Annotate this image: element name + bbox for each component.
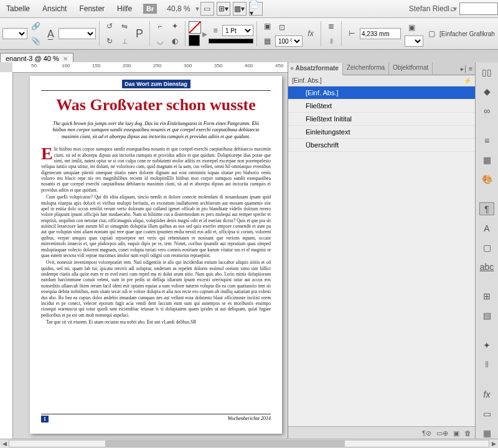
- canvas[interactable]: 50150250350450 100200300400 Das Wort zum…: [0, 62, 288, 439]
- baseline-icon[interactable]: ⟂: [118, 34, 131, 48]
- stroke-weight-sel[interactable]: 1 Pt: [222, 25, 253, 36]
- corner-icon[interactable]: ⌐: [153, 19, 167, 33]
- search-field[interactable]: [459, 2, 498, 15]
- zoom-sel[interactable]: 100 %: [275, 35, 303, 47]
- fill-none-icon[interactable]: [189, 21, 201, 34]
- arrange-icon[interactable]: ▦: [260, 34, 274, 48]
- fx-icon[interactable]: fx: [304, 27, 317, 40]
- footer-right: Wochenberichte 2014: [228, 416, 271, 422]
- style-row-einf-abs[interactable]: [Einf. Abs.]: [288, 86, 475, 100]
- new-style-icon[interactable]: ▣: [453, 429, 459, 437]
- body-text: Elit hitibus mos corpor sumquos sandit e…: [41, 146, 271, 325]
- links-icon[interactable]: ∞: [479, 105, 494, 118]
- cell-styles-icon[interactable]: ▤: [479, 309, 494, 322]
- char-styles-icon[interactable]: A: [479, 222, 494, 235]
- zoom-display[interactable]: 40,8 %: [167, 4, 190, 13]
- stroke-weight-icon: ≡: [209, 24, 222, 37]
- page: Das Wort zum Dienstag Was Großvater scho…: [30, 76, 282, 434]
- stroke-style-sel[interactable]: [209, 39, 253, 44]
- menu-tabelle[interactable]: Tabelle: [0, 4, 36, 13]
- panel-collapse-icon[interactable]: ▸│: [461, 65, 467, 72]
- paragraph-styles-panel: ⋄ Absatzformate Zeichenforma Objektforma…: [288, 62, 475, 439]
- glyphs-icon[interactable]: abc: [479, 260, 494, 273]
- fit-frame-icon[interactable]: ▣: [405, 21, 418, 34]
- delete-style-icon[interactable]: 🗑: [464, 429, 471, 437]
- view-button-2[interactable]: ⊞▾: [217, 2, 230, 16]
- end-style-sel[interactable]: [405, 35, 423, 47]
- wrap-icon[interactable]: ▣: [260, 19, 274, 33]
- document-tab-label: enannt-3 @ 40 %: [6, 55, 59, 62]
- para-style-sel[interactable]: [59, 28, 96, 39]
- style-row-fliesstext[interactable]: Fließtext: [288, 100, 475, 113]
- table-styles-icon[interactable]: ⊞: [479, 290, 494, 303]
- bridge-icon[interactable]: Br: [143, 4, 157, 14]
- intro-text: The quick brown fox jumps over the lazy …: [47, 121, 265, 140]
- scroll-right-icon[interactable]: ▶: [489, 441, 498, 447]
- clear-override-icon[interactable]: ¶⊘: [422, 429, 431, 437]
- fx-panel-icon[interactable]: fx: [479, 388, 494, 401]
- view-button-4[interactable]: 📄▾: [249, 2, 263, 16]
- frame-type-icon[interactable]: ▢: [425, 27, 438, 40]
- menu-bar: Tabelle Ansicht Fenster Hilfe Br 40,8 % …: [0, 0, 498, 18]
- round-icon[interactable]: ◡: [153, 34, 167, 48]
- measure-field[interactable]: [360, 28, 401, 39]
- path-type-icon[interactable]: P: [133, 27, 146, 40]
- style-row-einleitungstext[interactable]: Einleitungstext: [288, 126, 475, 139]
- effects-icon[interactable]: ✦: [168, 19, 182, 33]
- vertical-ruler: [0, 72, 13, 439]
- stroke-panel-icon[interactable]: ≡: [479, 134, 494, 147]
- select-content-icon[interactable]: ⊡: [275, 21, 289, 34]
- link-icon[interactable]: 🔗: [29, 19, 42, 33]
- right-dock: ▯▯ ◆ ∞ ≡ ▦ 🎨 ¶ A ▢ abc ⊞ ▤ ✦ ⫴ fx ▭ ▦: [475, 62, 498, 439]
- view-button-1[interactable]: ▭: [200, 2, 214, 16]
- tab-absatzformate[interactable]: ⋄ Absatzformate: [288, 63, 343, 75]
- panel-subheader: [Einf. Abs.] ⚡: [288, 75, 475, 86]
- opacity-icon[interactable]: ◐: [168, 34, 182, 48]
- menu-fenster[interactable]: Fenster: [73, 4, 111, 13]
- measure-icon: ⊢: [345, 27, 359, 40]
- banner: Das Wort zum Dienstag: [122, 80, 190, 88]
- panel-menu-icon[interactable]: ≡: [469, 65, 472, 72]
- style-list: [Einf. Abs.] Fließtext Fließtext Initita…: [288, 86, 475, 426]
- tab-objektformate[interactable]: Objektformat: [389, 62, 433, 75]
- pages-icon[interactable]: ▯▯: [479, 66, 494, 79]
- swatches-icon[interactable]: ▦: [479, 154, 494, 167]
- new-group-icon[interactable]: ▭⊕: [436, 429, 448, 437]
- tab-zeichenformate[interactable]: Zeichenforma: [343, 62, 389, 75]
- flip-h-icon[interactable]: ⇋: [118, 19, 131, 33]
- layers-icon[interactable]: ◆: [479, 85, 494, 98]
- style-row-ueberschrift[interactable]: Überschrift: [288, 139, 475, 152]
- page-footer: 1 Wochenberichte 2014: [41, 414, 271, 422]
- flash-icon[interactable]: ⚡: [464, 77, 471, 84]
- align-icon[interactable]: ≣: [324, 19, 338, 33]
- close-tab-icon[interactable]: ✕: [63, 55, 68, 62]
- rotate-ccw-icon[interactable]: ↺: [103, 19, 116, 33]
- rotate-cw-icon[interactable]: ↻: [103, 34, 116, 48]
- output-icon[interactable]: ▦: [479, 426, 494, 439]
- menu-ansicht[interactable]: Ansicht: [36, 4, 73, 13]
- style-row-fliesstext-initial[interactable]: Fließtext Initital: [288, 113, 475, 126]
- control-toolbar: 🔗 📎 A̲ ↺↻ ⇋⟂ P ⌐◡ ✦◐ ▸ ≡1 Pt ▣▦ ⊡100 % f…: [0, 18, 498, 50]
- obj-styles-icon[interactable]: ▢: [479, 241, 494, 254]
- attach-icon[interactable]: 📎: [29, 34, 42, 48]
- effects2-icon[interactable]: ✦: [479, 339, 494, 352]
- menu-hilfe[interactable]: Hilfe: [111, 4, 138, 13]
- preflight-icon[interactable]: ▭: [479, 407, 494, 420]
- distribute-icon[interactable]: ⫴: [324, 34, 338, 48]
- anchor-char-icon[interactable]: A̲: [44, 27, 57, 40]
- color-icon[interactable]: 🎨: [479, 172, 494, 185]
- align-panel-icon[interactable]: ⫴: [479, 358, 494, 371]
- frame-type-label[interactable]: [Einfacher Grafikrah: [439, 30, 495, 37]
- headline: Was Großvater schon wusste: [41, 96, 271, 114]
- scroll-thumb[interactable]: [105, 441, 345, 447]
- scroll-left-icon[interactable]: ◀: [0, 441, 9, 447]
- stroke-swatch[interactable]: [189, 35, 200, 46]
- page-number: 1: [41, 416, 49, 422]
- para-styles-icon[interactable]: ¶: [479, 202, 494, 215]
- horizontal-scrollbar[interactable]: ◀ ▶: [0, 439, 498, 448]
- horizontal-ruler: 50150250350450 100200300400: [12, 62, 288, 73]
- view-button-3[interactable]: ▦▾: [233, 2, 247, 16]
- char-style-sel[interactable]: [2, 28, 27, 39]
- panel-footer: ¶⊘ ▭⊕ ▣ 🗑: [288, 426, 475, 439]
- user-name[interactable]: Stefan Riedl: [409, 4, 449, 13]
